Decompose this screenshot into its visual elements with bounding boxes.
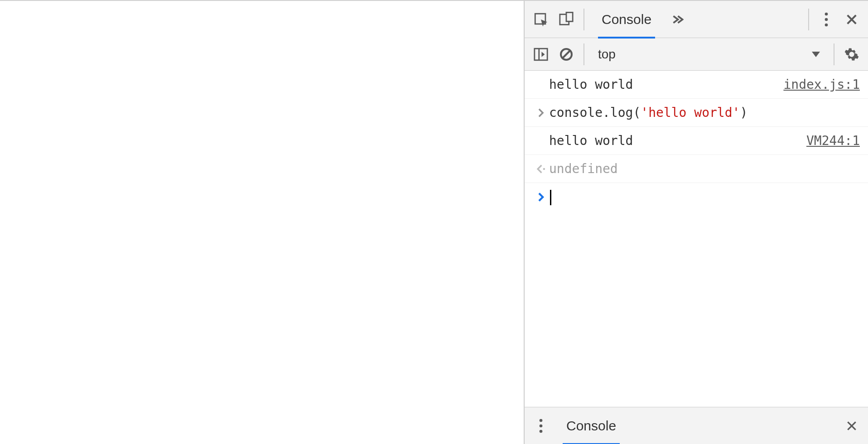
toolbar-separator xyxy=(583,43,584,65)
console-filter-bar: top xyxy=(525,38,868,71)
inspect-element-icon[interactable] xyxy=(528,7,554,32)
svg-point-3 xyxy=(825,12,828,15)
toolbar-separator xyxy=(834,43,834,65)
console-log-row: hello world VM244:1 xyxy=(525,127,868,155)
dropdown-triangle-icon xyxy=(812,52,820,57)
source-link[interactable]: index.js:1 xyxy=(783,77,860,92)
toolbar-separator xyxy=(808,9,809,30)
log-message: hello world xyxy=(549,77,783,92)
drawer-menu-icon[interactable] xyxy=(528,413,554,439)
more-tabs-icon[interactable] xyxy=(664,7,690,32)
svg-point-4 xyxy=(825,18,828,21)
devtools-toolbar: Console xyxy=(525,1,868,38)
devtools-drawer: Console xyxy=(525,407,868,444)
input-chevron-icon xyxy=(533,108,549,118)
console-settings-icon[interactable] xyxy=(839,42,864,67)
svg-rect-2 xyxy=(566,12,573,21)
svg-point-12 xyxy=(540,424,543,427)
tab-console[interactable]: Console xyxy=(589,1,664,38)
svg-point-13 xyxy=(540,430,543,433)
svg-point-10 xyxy=(543,168,545,169)
context-label: top xyxy=(598,47,616,62)
close-drawer-icon[interactable] xyxy=(839,413,864,439)
source-link[interactable]: VM244:1 xyxy=(806,133,860,148)
kebab-menu-icon[interactable] xyxy=(814,7,839,32)
svg-line-9 xyxy=(563,51,570,58)
console-output: hello world index.js:1 console.log('hell… xyxy=(525,71,868,407)
execution-context-select[interactable]: top xyxy=(589,42,829,67)
toolbar-separator xyxy=(583,9,584,30)
svg-rect-6 xyxy=(535,48,547,60)
console-return-row: undefined xyxy=(525,155,868,183)
device-toggle-icon[interactable] xyxy=(554,7,579,32)
devtools-panel: Console xyxy=(524,1,868,444)
close-devtools-icon[interactable] xyxy=(839,7,864,32)
clear-console-icon[interactable] xyxy=(554,42,579,67)
prompt-chevron-icon xyxy=(533,192,549,202)
page-content xyxy=(0,1,524,444)
toggle-sidebar-icon[interactable] xyxy=(528,42,554,67)
return-value: undefined xyxy=(549,161,860,176)
log-message: hello world xyxy=(549,133,806,148)
evaluated-expression: console.log('hello world') xyxy=(549,105,860,120)
console-prompt[interactable] xyxy=(525,183,868,211)
console-log-row: hello world index.js:1 xyxy=(525,71,868,99)
return-chevron-icon xyxy=(533,164,549,174)
svg-point-5 xyxy=(825,23,828,26)
console-input-row: console.log('hello world') xyxy=(525,99,868,127)
svg-point-11 xyxy=(540,419,543,422)
drawer-tab-console[interactable]: Console xyxy=(554,407,629,444)
